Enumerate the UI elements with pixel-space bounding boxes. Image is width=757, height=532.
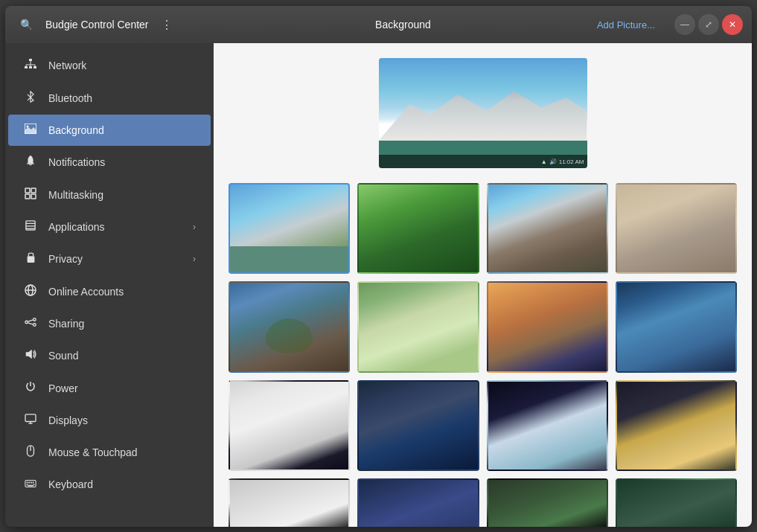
svg-line-26 xyxy=(28,320,33,321)
multitasking-icon xyxy=(23,188,38,202)
search-icon: 🔍 xyxy=(20,19,33,31)
svg-rect-1 xyxy=(25,66,28,68)
titlebar: 🔍 Budgie Control Center ⋮ Background Add… xyxy=(5,6,752,43)
titlebar-right: Add Picture... — ⤢ ✕ xyxy=(591,14,743,35)
applications-icon xyxy=(23,220,38,234)
main-window: 🔍 Budgie Control Center ⋮ Background Add… xyxy=(5,6,752,527)
svg-rect-0 xyxy=(29,59,32,61)
mouse-icon xyxy=(23,445,38,460)
wallpaper-4[interactable] xyxy=(616,183,737,274)
svg-rect-2 xyxy=(29,66,32,68)
applications-arrow: › xyxy=(193,222,196,232)
sidebar-item-label: Online Accounts xyxy=(48,286,124,298)
sidebar-item-network[interactable]: Network xyxy=(8,49,211,82)
sidebar-item-label: Bluetooth xyxy=(48,92,92,104)
sidebar-item-displays[interactable]: Displays xyxy=(8,405,211,436)
add-picture-button[interactable]: Add Picture... xyxy=(591,16,661,33)
content-area: Network Bluetooth Back xyxy=(5,43,752,527)
wallpaper-16[interactable] xyxy=(616,478,737,527)
wallpaper-6[interactable] xyxy=(357,281,479,372)
sidebar-item-bluetooth[interactable]: Bluetooth xyxy=(8,82,211,115)
sidebar-item-privacy[interactable]: Privacy › xyxy=(8,243,211,275)
wallpaper-grid xyxy=(229,183,737,527)
sidebar-item-notifications[interactable]: Notifications xyxy=(8,146,211,179)
maximize-button[interactable]: ⤢ xyxy=(698,14,719,35)
wallpaper-15[interactable] xyxy=(487,478,608,527)
minimize-button[interactable]: — xyxy=(674,14,695,35)
svg-rect-13 xyxy=(25,194,30,199)
privacy-icon xyxy=(23,251,38,266)
svg-rect-29 xyxy=(25,414,36,422)
sidebar-item-mouse-touchpad[interactable]: Mouse & Touchpad xyxy=(8,436,211,469)
sidebar: Network Bluetooth Back xyxy=(5,43,214,527)
sidebar-item-keyboard[interactable]: Keyboard xyxy=(8,469,211,500)
svg-line-27 xyxy=(28,323,33,324)
menu-button[interactable]: ⋮ xyxy=(156,14,177,35)
app-title: Budgie Control Center xyxy=(45,19,149,31)
online-accounts-icon xyxy=(23,284,38,299)
preview-mountain-image xyxy=(379,58,587,168)
background-panel: ▲ 🔊 11:02 AM xyxy=(214,43,752,527)
sidebar-item-label: Keyboard xyxy=(48,478,93,490)
wallpaper-5[interactable] xyxy=(229,281,350,372)
sound-icon xyxy=(23,348,38,363)
wallpaper-preview: ▲ 🔊 11:02 AM xyxy=(379,58,587,168)
network-icon xyxy=(23,58,38,73)
sidebar-item-label: Mouse & Touchpad xyxy=(48,446,138,458)
wallpaper-13[interactable] xyxy=(229,478,350,527)
sidebar-item-label: Background xyxy=(48,124,104,136)
sharing-icon xyxy=(23,317,38,330)
sidebar-item-label: Power xyxy=(48,382,78,394)
svg-rect-3 xyxy=(33,66,36,68)
sidebar-item-label: Sound xyxy=(48,350,78,362)
sidebar-item-label: Privacy xyxy=(48,253,83,265)
wallpaper-11[interactable] xyxy=(487,380,608,471)
preview-wifi-icon: ▲ xyxy=(541,158,547,165)
wallpaper-14[interactable] xyxy=(357,478,479,527)
bluetooth-icon xyxy=(23,91,38,106)
notifications-icon xyxy=(23,155,38,170)
search-button[interactable]: 🔍 xyxy=(14,13,38,36)
sidebar-item-label: Applications xyxy=(48,221,105,233)
power-icon xyxy=(23,381,38,396)
svg-point-24 xyxy=(33,318,36,321)
wallpaper-preview-container: ▲ 🔊 11:02 AM xyxy=(379,58,587,168)
sidebar-item-power[interactable]: Power xyxy=(8,372,211,405)
sidebar-item-sharing[interactable]: Sharing xyxy=(8,308,211,339)
titlebar-left: 🔍 Budgie Control Center ⋮ xyxy=(14,13,215,36)
titlebar-center: Background xyxy=(215,19,591,31)
svg-rect-14 xyxy=(31,194,36,199)
sidebar-item-online-accounts[interactable]: Online Accounts xyxy=(8,275,211,308)
sidebar-item-background[interactable]: Background xyxy=(8,115,211,146)
sidebar-item-multitasking[interactable]: Multitasking xyxy=(8,179,211,211)
wallpaper-8[interactable] xyxy=(616,281,737,372)
svg-rect-12 xyxy=(31,188,36,193)
preview-sound-icon: 🔊 xyxy=(549,158,557,165)
sidebar-item-label: Sharing xyxy=(48,318,84,330)
preview-taskbar: ▲ 🔊 11:02 AM xyxy=(379,155,587,168)
window-controls: — ⤢ ✕ xyxy=(674,14,743,35)
sidebar-item-label: Displays xyxy=(48,414,88,426)
sidebar-item-label: Notifications xyxy=(48,156,105,168)
wallpaper-2[interactable] xyxy=(357,183,479,274)
sidebar-item-label: Multitasking xyxy=(48,189,103,201)
wallpaper-12[interactable] xyxy=(616,380,737,471)
wallpaper-3[interactable] xyxy=(487,183,608,274)
sidebar-item-sound[interactable]: Sound xyxy=(8,339,211,372)
menu-icon: ⋮ xyxy=(161,18,173,32)
svg-rect-19 xyxy=(27,256,34,263)
sidebar-item-applications[interactable]: Applications › xyxy=(8,211,211,243)
privacy-arrow: › xyxy=(193,254,196,264)
close-button[interactable]: ✕ xyxy=(722,14,743,35)
wallpaper-7[interactable] xyxy=(487,281,608,372)
wallpaper-9[interactable] xyxy=(229,380,350,471)
panel-title: Background xyxy=(375,19,431,31)
svg-rect-11 xyxy=(25,188,30,193)
keyboard-icon xyxy=(23,478,38,491)
wallpaper-1[interactable] xyxy=(229,183,350,274)
wallpaper-10[interactable] xyxy=(357,380,479,471)
svg-point-25 xyxy=(33,324,36,327)
preview-time: 11:02 AM xyxy=(559,158,584,165)
svg-point-23 xyxy=(25,321,28,324)
displays-icon xyxy=(23,414,38,427)
